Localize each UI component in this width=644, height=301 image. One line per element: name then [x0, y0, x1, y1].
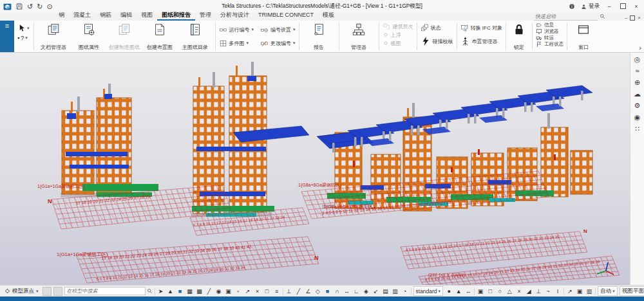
statusbar-icon-view-tools-1[interactable]: ▲ [167, 287, 175, 295]
redo-icon[interactable]: ↻ [37, 3, 43, 10]
statusbar-icon-view-tools-11[interactable]: □ [263, 287, 271, 295]
shipping-button[interactable]: 转运 [535, 35, 555, 41]
quick-launch-input[interactable] [534, 12, 598, 21]
model-viewport[interactable]: 1(G1a+1Ga梁钢筋工区) 1(G1a+1Ga梁钢筋工区) 1(G8a+8G… [0, 53, 630, 285]
statusbar-icon-snap-tools-10[interactable]: ▤ [382, 287, 390, 295]
statusbar-icon-view-tools-6[interactable]: ◉ [215, 287, 223, 295]
perform-numbering-button[interactable]: 运行编号▾ [218, 24, 256, 35]
model-search[interactable] [64, 287, 153, 295]
tab-rebar[interactable]: 钢筋 [95, 12, 116, 21]
statusbar-icon-select-filters-7[interactable]: ~ [544, 287, 552, 295]
tab-steel[interactable]: 钢 [54, 12, 69, 21]
statusbar-icon-snap-tools-6[interactable]: ↔ [343, 287, 351, 295]
tab-view[interactable]: 视图 [137, 12, 157, 21]
statusbar-dropdown-auto[interactable]: 自动▾ [598, 286, 618, 296]
multi-drawing-button[interactable]: 多件图▾ [218, 38, 256, 48]
apps-icon[interactable]: ∷ [635, 125, 639, 132]
statusbar-icon-snap-tools-7[interactable]: ∟ [353, 287, 361, 295]
chevron-down-icon[interactable]: ▾ [247, 41, 249, 46]
origin-mini-button[interactable] [53, 287, 62, 296]
change-numbering-button[interactable]: 更改编号▾ [259, 38, 297, 48]
tab-edit[interactable]: 编辑 [116, 12, 137, 21]
model-search-input[interactable] [64, 287, 146, 295]
status-button[interactable]: 状态 [419, 23, 442, 33]
statusbar-icon-select-filters-0[interactable]: ▣ [477, 287, 484, 295]
create-ga-drawing-button[interactable]: 创建布置图 [142, 21, 178, 51]
window-button[interactable]: 窗口 [569, 21, 598, 51]
wave-icon[interactable]: ≈ [635, 68, 639, 75]
statusbar-icon-view-extra-1[interactable]: ▣ [576, 287, 583, 295]
eye-icon[interactable]: ◉ [634, 114, 641, 121]
convert-ifc-objects-button[interactable]: 转换 IFC 对象 [459, 23, 504, 33]
inquire-tool[interactable]: ▪? ▾ [17, 35, 30, 41]
statusbar-icon-select-filters-5[interactable]: ◢ [525, 287, 533, 295]
undo-icon[interactable]: ↺ [27, 3, 33, 10]
statusbar-icon-snap-tools-5[interactable]: ∩ [334, 287, 341, 295]
tab-drawings-reports[interactable]: 图纸和报告 [157, 12, 195, 21]
chevron-down-icon[interactable]: ▾ [293, 27, 296, 32]
statusbar-icon-view-tools-4[interactable]: ▩ [196, 287, 204, 295]
statusbar-icon-view-tools-5[interactable]: ╱ [205, 287, 213, 295]
tab-concrete[interactable]: 混凝土 [69, 12, 95, 21]
file-menu-button[interactable]: ≡ [0, 21, 14, 52]
statusbar-icon-snap-tools-9[interactable]: ↙ [372, 287, 380, 295]
statusbar-icon-snap-extra-1[interactable]: ▲ [455, 287, 462, 295]
statusbar-icon-select-filters-2[interactable]: ○ [496, 287, 504, 295]
statusbar-icon-select-filters-8[interactable]: I [554, 287, 562, 295]
statusbar-dropdown-view-plane[interactable]: 视图平面▾ [620, 286, 644, 296]
manager-button[interactable]: 管理器 [341, 21, 377, 51]
login-button[interactable]: 登录 [581, 3, 600, 10]
project-status-button[interactable]: 工程状态 [535, 41, 565, 48]
clash-check-button[interactable]: 碰撞校核 [419, 35, 455, 47]
reports-button[interactable]: 报告 [301, 21, 337, 51]
tab-manage[interactable]: 管理 [195, 12, 216, 21]
statusbar-icon-view-extra-2[interactable]: ▥ [585, 287, 593, 295]
tab-template[interactable]: 模板 [318, 12, 339, 21]
statusbar-icon-snap-tools-8[interactable]: ◈ [363, 287, 370, 295]
statusbar-icon-view-tools-9[interactable]: ↗ [244, 287, 252, 295]
minimize-button[interactable]: – [605, 3, 613, 10]
statusbar-icon-snap-extra-0[interactable]: ● [445, 287, 453, 295]
statusbar-icon-view-extra-0[interactable]: ↗ [566, 287, 574, 295]
lock-button[interactable]: 锁定 [508, 21, 530, 51]
binoculars-icon[interactable]: ◎ [634, 56, 641, 63]
info-icon[interactable] [569, 3, 575, 10]
statusbar-icon-snap-tools-12[interactable]: ◔ [401, 287, 409, 295]
statusbar-icon-select-filters-3[interactable]: △ [506, 287, 513, 295]
history-icon[interactable]: ⊙ [46, 3, 52, 10]
layout-manager-button[interactable]: 布置管理器 [459, 35, 499, 47]
mdi-restore-button[interactable] [630, 15, 635, 21]
statusbar-icon-snap-tools-11[interactable]: ▥ [392, 287, 399, 295]
viewport-3d-view[interactable]: 1(G1a+1Ga梁钢筋工区) 1(G1a+1Ga梁钢筋工区) 1(G8a+8G… [0, 53, 630, 285]
statusbar-icon-view-tools-2[interactable]: ■ [176, 287, 184, 295]
statusbar-icon-snap-tools-1[interactable]: ╱ [295, 287, 303, 295]
gear-icon[interactable]: ⚙ [634, 102, 641, 109]
close-button[interactable]: × [632, 3, 640, 10]
maximize-button[interactable] [619, 3, 627, 10]
chevron-down-icon[interactable]: ▾ [252, 27, 254, 32]
quick-launch[interactable] [534, 12, 605, 21]
origin-mini-button[interactable] [43, 287, 52, 296]
browser-button[interactable]: 浏览器 [535, 28, 560, 35]
statusbar-icon-select-filters-4[interactable]: × [515, 287, 523, 295]
ribbon-expand-button[interactable]: › [639, 44, 641, 51]
statusbar-icon-view-tools-8[interactable]: ▫ [234, 287, 242, 295]
statusbar-icon-view-tools-3[interactable]: ▦ [186, 287, 194, 295]
statusbar-icon-view-tools-0[interactable]: ➤ [157, 287, 165, 295]
save-icon[interactable] [15, 3, 23, 10]
statusbar-icon-snap-tools-0[interactable]: ⊥ [285, 287, 293, 295]
statusbar-icon-snap-tools-2[interactable]: ∠ [305, 287, 312, 295]
numbering-settings-button[interactable]: 编号设置▾ [259, 24, 297, 35]
statusbar-icon-snap-tools-3[interactable]: ◇ [314, 287, 322, 295]
statusbar-dropdown-snap-profile[interactable]: standard▾ [413, 286, 444, 296]
drawing-properties-button[interactable]: 图纸属性 [71, 21, 107, 51]
chevron-down-icon[interactable]: ▾ [293, 41, 296, 46]
statusbar-icon-snap-tools-4[interactable]: ■ [324, 287, 332, 295]
statusbar-icon-view-tools-7[interactable]: ▣ [225, 287, 232, 295]
statusbar-icon-view-tools-10[interactable]: × [254, 287, 261, 295]
tab-trimble-connect[interactable]: TRIMBLE CONNECT [254, 12, 318, 21]
tab-analysis-design[interactable]: 分析与设计 [216, 12, 254, 21]
globe-icon[interactable]: ⊕ [634, 79, 640, 86]
statusbar-icon-view-tools-12[interactable]: ≡ [273, 287, 281, 295]
document-manager-button[interactable]: 文档管理器 [36, 21, 71, 51]
